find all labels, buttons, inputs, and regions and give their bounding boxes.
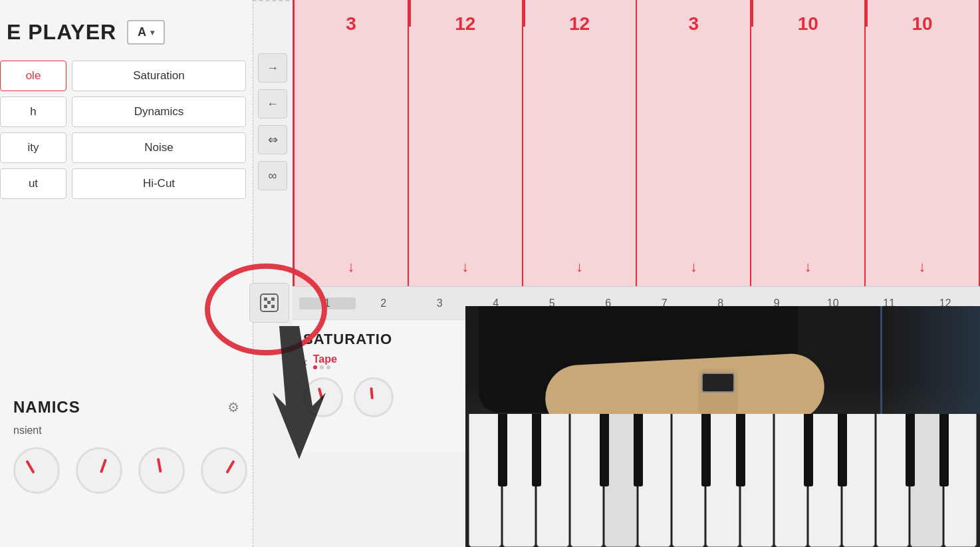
right-plugin-col-3: Noise [72,132,246,163]
seq-arrow-5: ↓ [804,258,812,275]
left-plugin-col-2: h [0,96,66,127]
back-nav-button[interactable]: ← [258,89,287,118]
white-key-7 [672,414,705,547]
arrow-left-icon: ← [267,97,279,111]
plugin-btn-hicut[interactable]: Hi-Cut [72,168,246,199]
person-wrist [698,369,738,416]
white-key-2 [503,414,535,547]
seq-arrow-4: ↓ [690,258,697,275]
knobs-row [13,447,239,494]
arrow-right-icon: → [267,61,279,75]
plugin-btn-ut[interactable]: ut [0,168,66,199]
plugin-btn-dynamics[interactable]: Dynamics [72,96,246,127]
knob-4[interactable] [201,447,247,494]
watch [701,373,735,393]
header-section: E PLAYER A ▾ [0,0,253,58]
saturation-panel: SATURATIO ‹ Tape [293,319,465,453]
plugin-buttons-row-1: ole Saturation [0,58,253,94]
sat-knob-2[interactable] [350,374,397,421]
black-key-8 [838,414,847,486]
piano-keyboard [465,414,980,547]
black-key-10 [939,414,949,486]
white-key-1 [469,414,501,547]
black-key-7 [804,414,813,486]
dropdown-button[interactable]: A ▾ [127,20,165,45]
white-key-12 [842,414,875,547]
swap-button[interactable]: ⇔ [258,125,287,154]
piano-scene [465,306,980,547]
dynamics-title: NAMICS [13,398,80,417]
seq-grid: 3 ↓ 12 ↓ 12 ↓ 3 ↓ 10 ↓ 10 ↓ [293,0,980,286]
knob-1[interactable] [13,447,60,494]
saturation-title: SATURATIO [303,331,455,348]
white-key-10 [775,414,807,547]
loop-button[interactable]: ∞ [258,161,287,190]
white-key-11 [808,414,841,547]
seq-num-5: 10 [798,13,818,35]
saturation-back-button[interactable]: ‹ [303,354,308,369]
seq-arrow-2: ↓ [461,258,469,275]
knob-2[interactable] [76,447,122,494]
black-key [498,414,507,486]
settings-icon[interactable]: ⚙ [227,399,239,415]
dynamics-section: NAMICS ⚙ nsient [0,387,253,547]
app-title: E PLAYER [7,20,116,45]
right-plugin-col-4: Hi-Cut [72,168,246,199]
white-key-14-pressed [910,414,943,547]
seq-col-2: 12 ↓ [409,0,523,286]
black-key-2 [532,414,541,486]
white-key-6 [638,414,671,547]
seq-num-4: 3 [689,13,699,35]
loop-icon: ∞ [269,169,277,183]
seq-arrow-6: ↓ [919,258,926,275]
dice-randomize-button[interactable] [249,283,289,323]
center-nav-panel: → ← ⇔ ∞ [253,53,293,190]
sat-dot-1 [313,365,317,369]
seq-col-5: 10 ↓ [751,0,866,286]
saturation-dots [313,365,337,369]
white-key-13 [876,414,909,547]
seq-num-3: 12 [569,13,590,35]
right-plugin-col: Saturation [72,61,246,91]
black-key-9 [906,414,915,486]
white-key-15 [944,414,977,547]
dice-button-container [249,283,289,323]
seq-num-1: 3 [346,13,356,35]
timeline-num-2[interactable]: 2 [356,297,412,309]
knob-3[interactable] [138,447,185,494]
svg-rect-2 [271,297,275,301]
timeline-num-3[interactable]: 3 [412,297,468,309]
transient-label: nsient [13,425,239,437]
seq-num-2: 12 [455,13,475,35]
dynamics-header: NAMICS ⚙ [13,398,239,417]
white-key-3 [537,414,569,547]
seq-col-4: 3 ↓ [637,0,751,286]
forward-nav-button[interactable]: → [258,53,287,83]
sat-dot-3 [326,365,330,369]
knob-4-container [201,447,247,494]
chevron-down-icon: ▾ [150,28,154,37]
sat-dot-2 [320,365,324,369]
timeline-num-1[interactable]: 1 [299,297,356,309]
seq-col-1: 3 ↓ [293,0,409,286]
left-panel: E PLAYER A ▾ ole Saturation h Dynamics [0,0,253,547]
saturation-type-container: Tape [313,353,337,369]
plugin-btn-saturation[interactable]: Saturation [72,61,246,91]
left-plugin-col-3: ity [0,132,66,163]
plugin-btn-noise[interactable]: Noise [72,132,246,163]
black-key-5 [701,414,711,486]
sat-knob-1[interactable] [303,377,343,417]
saturation-type-label: Tape [313,353,337,365]
saturation-nav: ‹ Tape [303,353,455,369]
black-key-4 [634,414,643,486]
plugin-btn-ity[interactable]: ity [0,132,66,163]
black-key-6 [736,414,745,486]
dice-icon [259,293,279,313]
plugin-buttons-row-4: ut Hi-Cut [0,166,253,202]
chevron-left-icon: ‹ [303,354,308,369]
svg-rect-5 [271,305,275,308]
plugin-btn-h[interactable]: h [0,96,66,127]
plugin-btn-ole[interactable]: ole [0,61,66,91]
white-key-9 [741,414,773,547]
dropdown-value: A [138,25,146,39]
